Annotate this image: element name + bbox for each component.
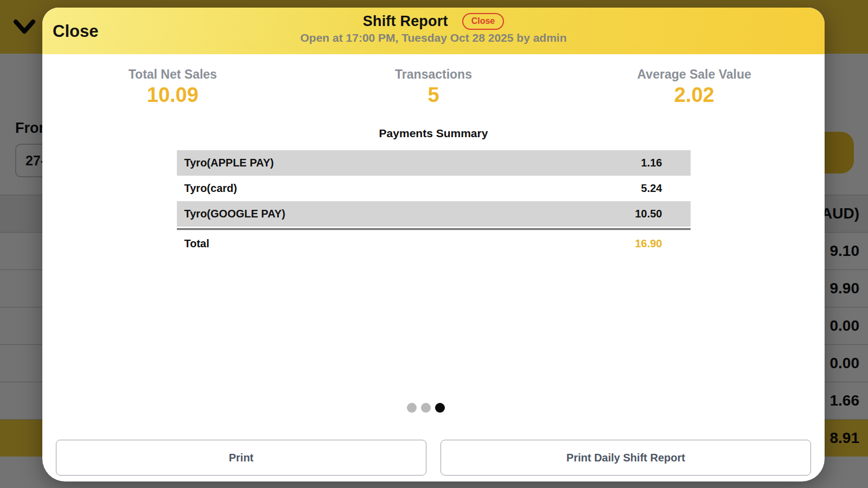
close-badge-button[interactable]: Close [462,13,505,29]
payment-method-label: Tyro(APPLE PAY) [177,157,274,169]
payment-row: Tyro(GOOGLE PAY) 10.50 [177,201,691,227]
payments-summary-title: Payments Summary [42,127,825,140]
modal-header: Close Shift Report Close Open at 17:00 P… [42,8,825,54]
total-label: Total [177,237,209,250]
shift-stats: Total Net Sales 10.09 Transactions 5 Ave… [42,67,825,107]
stat-value: 5 [427,84,439,107]
stat-average-sale-value: Average Sale Value 2.02 [564,67,825,107]
stat-value: 2.02 [674,84,714,107]
stat-label: Average Sale Value [637,67,751,82]
modal-footer: Print Print Daily Shift Report [56,440,811,476]
payment-amount: 10.50 [635,208,690,220]
carousel-dot[interactable] [407,403,417,413]
carousel-dot[interactable] [421,403,431,413]
stat-label: Total Net Sales [129,67,217,82]
stat-label: Transactions [395,67,472,82]
carousel-dot-active[interactable] [435,403,445,413]
total-amount: 16.90 [635,237,690,250]
payment-method-label: Tyro(GOOGLE PAY) [177,208,285,220]
carousel-pagination [407,403,445,413]
pos-shift-report-screen: From 27- (AUD) 9.10 9.90 0.00 0.00 1.66 [0,0,868,488]
payment-row: Tyro(card) 5.24 [177,176,691,201]
print-daily-shift-report-button[interactable]: Print Daily Shift Report [441,440,811,476]
stat-transactions: Transactions 5 [303,67,564,107]
payment-method-label: Tyro(card) [177,182,237,195]
payment-row: Tyro(APPLE PAY) 1.16 [177,150,691,176]
payments-total-row: Total 16.90 [177,230,691,257]
modal-header-center: Shift Report Close Open at 17:00 PM, Tue… [42,13,825,44]
shift-report-modal: Close Shift Report Close Open at 17:00 P… [42,8,825,481]
stat-total-net-sales: Total Net Sales 10.09 [42,67,303,107]
print-button[interactable]: Print [56,440,426,476]
payment-amount: 1.16 [641,157,691,169]
payment-amount: 5.24 [641,182,691,195]
payments-summary-table: Tyro(APPLE PAY) 1.16 Tyro(card) 5.24 Tyr… [177,150,691,257]
modal-title: Shift Report [363,13,448,30]
stat-value: 10.09 [147,84,199,107]
shift-open-subtitle: Open at 17:00 PM, Tuesday Oct 28 2025 by… [301,31,567,44]
